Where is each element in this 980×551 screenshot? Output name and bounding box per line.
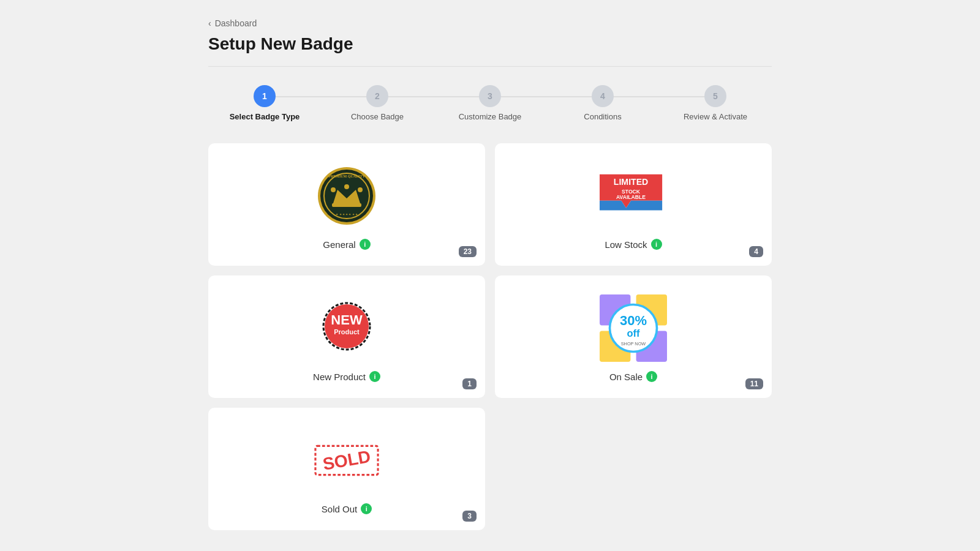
badge-label-sold-out: Sold Out i [322,503,372,514]
breadcrumb[interactable]: ‹ Dashboard [208,18,772,28]
badge-image-general: PREMIUM QUALITY ✦ ✦ ✦ ✦ ✦ ✦ ✦ [310,159,383,233]
badge-count-general: 23 [459,246,477,257]
svg-text:Product: Product [334,328,360,335]
svg-text:NEW: NEW [331,312,363,328]
svg-rect-8 [332,203,361,207]
breadcrumb-chevron: ‹ [208,18,211,28]
badge-grid: PREMIUM QUALITY ✦ ✦ ✦ ✦ ✦ ✦ ✦ General i … [208,143,772,530]
step-label-3: Customize Badge [459,112,522,121]
step-4[interactable]: 4 Conditions [546,85,659,121]
step-label-4: Conditions [584,112,621,121]
step-label-2: Choose Badge [351,112,404,121]
badge-count-sold-out: 3 [462,511,477,522]
step-circle-1: 1 [254,85,276,107]
step-3[interactable]: 3 Customize Badge [434,85,546,121]
svg-text:STOCK: STOCK [622,189,641,195]
svg-text:30%: 30% [620,313,647,328]
info-icon-on-sale[interactable]: i [646,371,657,382]
page-title: Setup New Badge [208,34,772,54]
badge-label-new-product: New Product i [313,371,380,382]
badge-count-on-sale: 11 [745,378,763,389]
step-label-5: Review & Activate [684,112,747,121]
step-label-1: Select Badge Type [230,112,300,121]
badge-card-on-sale[interactable]: 30% off SHOP NOW On Sale i 11 [495,276,772,398]
info-icon-low-stock[interactable]: i [651,239,662,250]
badge-image-new-product: NEW Product [310,291,383,365]
badge-card-low-stock[interactable]: LIMITED STOCK AVAILABLE Low Stock i 4 [495,143,772,266]
page-container: ‹ Dashboard Setup New Badge 1 Select Bad… [184,0,796,549]
svg-point-7 [358,187,363,192]
badge-count-low-stock: 4 [749,246,763,257]
svg-text:AVAILABLE: AVAILABLE [616,195,646,201]
svg-text:off: off [627,328,640,339]
badge-card-sold-out[interactable]: SOLD Sold Out i 3 [208,408,485,530]
badge-image-sold-out: SOLD [310,424,383,497]
breadcrumb-label: Dashboard [215,18,257,28]
badge-card-new-product[interactable]: NEW Product New Product i 1 [208,276,485,398]
svg-point-6 [344,184,349,189]
badge-label-low-stock: Low Stock i [605,239,662,250]
step-circle-2: 2 [366,85,388,107]
step-circle-3: 3 [479,85,501,107]
svg-text:SHOP NOW: SHOP NOW [621,341,646,347]
step-1[interactable]: 1 Select Badge Type [208,85,321,121]
stepper: 1 Select Badge Type 2 Choose Badge 3 Cus… [208,85,772,121]
svg-text:SOLD: SOLD [321,446,372,474]
section-divider [208,66,772,67]
badge-image-on-sale: 30% off SHOP NOW [597,291,670,365]
step-circle-4: 4 [592,85,614,107]
badge-label-on-sale: On Sale i [609,371,657,382]
info-icon-general[interactable]: i [360,239,371,250]
badge-label-general: General i [323,239,370,250]
badge-count-new-product: 1 [462,378,477,389]
step-2[interactable]: 2 Choose Badge [321,85,434,121]
svg-text:PREMIUM QUALITY: PREMIUM QUALITY [328,174,365,178]
step-5[interactable]: 5 Review & Activate [659,85,772,121]
badge-image-low-stock: LIMITED STOCK AVAILABLE [597,159,670,233]
svg-marker-12 [600,201,662,211]
svg-text:✦ ✦ ✦ ✦ ✦ ✦ ✦: ✦ ✦ ✦ ✦ ✦ ✦ ✦ [336,213,358,216]
badge-card-general[interactable]: PREMIUM QUALITY ✦ ✦ ✦ ✦ ✦ ✦ ✦ General i … [208,143,485,266]
step-circle-5: 5 [704,85,726,107]
info-icon-new-product[interactable]: i [369,371,380,382]
svg-text:LIMITED: LIMITED [614,177,649,187]
info-icon-sold-out[interactable]: i [361,503,372,514]
svg-point-5 [331,187,336,192]
